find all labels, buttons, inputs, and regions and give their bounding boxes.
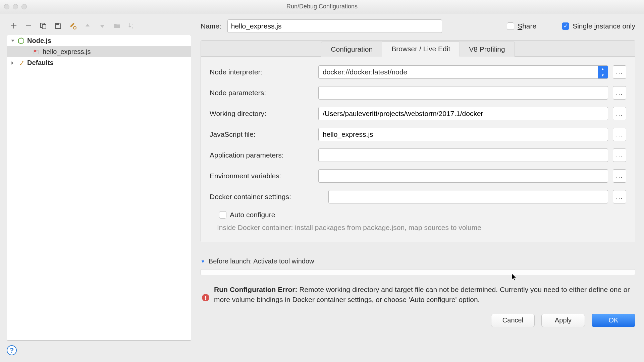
name-label: Name: xyxy=(201,22,221,30)
svg-marker-7 xyxy=(18,38,24,44)
before-launch-label: Before launch: Activate tool window xyxy=(209,257,314,265)
dropdown-arrows-icon: ▲▼ xyxy=(598,66,608,78)
config-tree[interactable]: Node.js hello_express.js Defaults xyxy=(7,35,191,341)
docker-hint: Inside Docker container: install package… xyxy=(210,224,626,232)
docker-settings-label: Docker container settings: xyxy=(210,193,324,201)
error-text: Run Configuration Error: Remote working … xyxy=(214,285,634,305)
titlebar: Run/Debug Configurations xyxy=(0,0,644,13)
svg-rect-2 xyxy=(42,24,46,29)
nodejs-icon xyxy=(18,38,24,44)
save-config-button[interactable] xyxy=(53,21,63,31)
move-down-button[interactable] xyxy=(97,21,107,31)
wrench-icon xyxy=(18,60,24,66)
application-parameters-expand-button[interactable]: ... xyxy=(613,148,626,162)
node-parameters-expand-button[interactable]: ... xyxy=(613,86,626,100)
tab-configuration[interactable]: Configuration xyxy=(321,42,382,57)
node-interpreter-label: Node interpreter: xyxy=(210,68,314,76)
ok-button[interactable]: OK xyxy=(592,314,635,327)
name-input[interactable] xyxy=(227,19,442,33)
tree-node-label: Node.js xyxy=(27,37,51,45)
tree-node-label: hello_express.js xyxy=(43,48,91,56)
environment-variables-browse-button[interactable]: ... xyxy=(613,169,626,183)
tree-node-defaults[interactable]: Defaults xyxy=(7,57,191,68)
error-panel: ! Run Configuration Error: Remote workin… xyxy=(201,285,635,305)
before-launch-section: ▼ Before launch: Activate tool window xyxy=(201,257,635,275)
checkbox-icon xyxy=(507,22,514,30)
svg-text:z: z xyxy=(132,26,133,29)
sort-button[interactable]: az xyxy=(127,21,137,31)
checkbox-icon xyxy=(562,22,569,30)
working-directory-input[interactable] xyxy=(318,107,608,120)
auto-configure-checkbox[interactable]: Auto configure xyxy=(219,211,275,219)
add-config-button[interactable] xyxy=(9,21,19,31)
config-toolbar: az xyxy=(7,19,191,35)
single-instance-checkbox[interactable]: Single instance only xyxy=(562,22,635,30)
share-checkbox[interactable]: Share xyxy=(507,22,536,30)
javascript-file-browse-button[interactable]: ... xyxy=(613,128,626,141)
cancel-button[interactable]: Cancel xyxy=(491,314,535,327)
disclosure-triangle-icon: ▼ xyxy=(201,259,205,264)
docker-settings-browse-button[interactable]: ... xyxy=(613,190,626,203)
node-interpreter-browse-button[interactable]: ... xyxy=(613,65,626,79)
auto-configure-label: Auto configure xyxy=(230,211,275,219)
application-parameters-label: Application parameters: xyxy=(210,151,314,159)
name-row: Name: Share Single instance only xyxy=(201,19,635,33)
tab-v8-profiling[interactable]: V8 Profiling xyxy=(459,42,515,57)
environment-variables-input[interactable] xyxy=(318,169,608,183)
node-interpreter-value: docker://docker:latest/node xyxy=(319,66,598,78)
move-up-button[interactable] xyxy=(83,21,93,31)
docker-settings-input[interactable] xyxy=(328,190,608,203)
before-launch-toggle[interactable]: ▼ Before launch: Activate tool window xyxy=(201,257,635,265)
svg-rect-0 xyxy=(26,25,31,26)
environment-variables-label: Environment variables: xyxy=(210,172,314,180)
js-error-icon xyxy=(33,49,40,55)
copy-config-button[interactable] xyxy=(38,21,48,31)
svg-text:a: a xyxy=(132,23,133,26)
svg-point-4 xyxy=(73,26,76,29)
tree-node-nodejs[interactable]: Node.js xyxy=(7,35,191,46)
help-button[interactable]: ? xyxy=(7,345,17,355)
application-parameters-input[interactable] xyxy=(318,148,608,162)
working-directory-label: Working directory: xyxy=(210,110,314,118)
before-launch-list[interactable] xyxy=(201,269,635,275)
tab-browser-live-edit[interactable]: Browser / Live Edit xyxy=(382,41,460,57)
javascript-file-input[interactable] xyxy=(318,128,608,141)
dialog-buttons: Cancel Apply OK xyxy=(201,314,635,327)
remove-config-button[interactable] xyxy=(23,21,34,31)
tree-node-hello-express[interactable]: hello_express.js xyxy=(7,46,191,57)
expand-arrow-icon[interactable] xyxy=(10,39,15,43)
config-tabs: Configuration Browser / Live Edit V8 Pro… xyxy=(201,41,635,57)
javascript-file-label: JavaScript file: xyxy=(210,130,314,138)
folder-button[interactable] xyxy=(112,21,122,31)
error-icon: ! xyxy=(202,294,209,301)
apply-button[interactable]: Apply xyxy=(541,314,585,327)
config-tabs-panel: Configuration Browser / Live Edit V8 Pro… xyxy=(201,40,635,242)
node-parameters-label: Node parameters: xyxy=(210,89,314,97)
checkbox-icon xyxy=(219,211,226,219)
node-interpreter-select[interactable]: docker://docker:latest/node ▲▼ xyxy=(318,65,608,79)
expand-arrow-icon[interactable] xyxy=(10,61,15,65)
window-title: Run/Debug Configurations xyxy=(0,3,644,10)
tree-node-label: Defaults xyxy=(27,59,54,67)
working-directory-browse-button[interactable]: ... xyxy=(613,107,626,120)
node-parameters-input[interactable] xyxy=(318,86,608,100)
edit-defaults-button[interactable] xyxy=(68,21,78,31)
svg-rect-3 xyxy=(56,23,59,25)
